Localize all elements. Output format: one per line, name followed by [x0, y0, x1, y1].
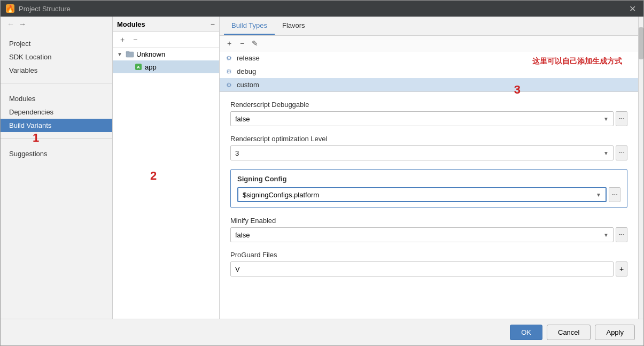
signing-config-side-btn[interactable]: ⋯: [609, 187, 620, 202]
cancel-button[interactable]: Cancel: [547, 325, 591, 340]
field-select-minify-enabled[interactable]: false ▼: [230, 227, 614, 242]
select-arrow-signing-config: ▼: [596, 192, 601, 198]
content-area: ← → Project SDK Location Variables Modul…: [1, 17, 643, 319]
modules-remove-btn[interactable]: −: [130, 34, 141, 45]
nav-back[interactable]: ←: [7, 20, 14, 28]
modules-minus-btn[interactable]: −: [211, 20, 215, 28]
nav-forward[interactable]: →: [19, 20, 26, 28]
build-type-icon-release: ⚙: [226, 55, 234, 62]
tree-expand-unknown: ▼: [117, 51, 126, 57]
sidebar-item-suggestions[interactable]: Suggestions: [1, 147, 112, 160]
apply-button[interactable]: Apply: [595, 325, 635, 340]
svg-text:A: A: [137, 65, 140, 70]
proguard-row: +: [230, 262, 627, 276]
left-sidebar: ← → Project SDK Location Variables Modul…: [1, 17, 113, 319]
sidebar-item-modules[interactable]: Modules: [1, 92, 112, 105]
field-select-renderscript-opt[interactable]: 3 ▼: [230, 145, 614, 160]
select-arrow-minify-enabled: ▼: [603, 232, 609, 238]
select-arrow-renderscript-opt: ▼: [603, 150, 609, 156]
project-structure-dialog: 🔥 Project Structure ✕ ← → Project SDK Lo…: [0, 0, 644, 346]
svg-rect-1: [126, 51, 129, 53]
field-select-value-renderscript-debuggable: false: [235, 115, 250, 123]
field-label-renderscript-opt: Renderscript optimization Level: [230, 135, 627, 143]
nav-section-mid: Modules Dependencies Build Variants: [1, 87, 112, 135]
field-label-renderscript-debuggable: Renderscript Debuggable: [230, 101, 627, 109]
modules-panel-header: Modules −: [113, 17, 219, 32]
sidebar-item-build-variants[interactable]: Build Variants: [1, 119, 112, 132]
title-bar: 🔥 Project Structure ✕: [1, 1, 643, 17]
sidebar-item-variables[interactable]: Variables: [1, 64, 112, 77]
build-type-label-debug: debug: [237, 67, 256, 75]
field-input-row-renderscript-opt: 3 ▼ ⋯: [230, 145, 627, 160]
dialog-title: Project Structure: [19, 5, 627, 13]
modules-panel: Modules − + − ▼ Unknown: [113, 17, 220, 319]
proguard-input[interactable]: [230, 262, 614, 276]
field-input-row-renderscript-debuggable: false ▼ ⋯: [230, 111, 627, 126]
sidebar-item-dependencies[interactable]: Dependencies: [1, 105, 112, 119]
build-type-label-release: release: [237, 54, 260, 62]
form-area: Renderscript Debuggable false ▼ ⋯ Render…: [220, 92, 638, 319]
tab-build-types[interactable]: Build Types: [224, 17, 275, 35]
build-type-custom[interactable]: ⚙ custom: [220, 78, 638, 91]
main-area: Build Types Flavors + − ✎ ⚙ release ⚙ de…: [220, 17, 638, 319]
field-select-renderscript-debuggable[interactable]: false ▼: [230, 111, 614, 126]
tree-label-unknown: Unknown: [136, 50, 165, 58]
field-select-value-renderscript-opt: 3: [235, 149, 239, 157]
select-arrow-renderscript-debuggable: ▼: [603, 116, 609, 122]
nav-section-top: Project SDK Location Variables: [1, 32, 112, 80]
nav-section-bottom: Suggestions: [1, 142, 112, 163]
annotation-number-2: 2: [150, 169, 157, 183]
field-renderscript-debuggable: Renderscript Debuggable false ▼ ⋯: [230, 101, 627, 126]
nav-back-forward: ← →: [1, 17, 112, 32]
module-icon-app: A: [134, 63, 143, 71]
renderscript-debuggable-side-btn[interactable]: ⋯: [616, 111, 627, 126]
field-input-row-minify-enabled: false ▼ ⋯: [230, 227, 627, 242]
modules-title: Modules: [117, 20, 145, 28]
tabs-bar: Build Types Flavors: [220, 17, 638, 36]
tree-item-app[interactable]: A app: [113, 60, 219, 73]
field-minify-enabled: Minify Enabled false ▼ ⋯: [230, 217, 627, 242]
nav-divider-1: [1, 83, 112, 83]
scrollbar-thumb[interactable]: [639, 27, 643, 59]
build-type-icon-custom: ⚙: [226, 81, 234, 89]
modules-add-btn[interactable]: +: [117, 34, 128, 45]
build-type-remove-btn[interactable]: −: [237, 38, 247, 49]
build-type-edit-btn[interactable]: ✎: [250, 38, 260, 49]
field-select-signing-config[interactable]: $signingConfigs.platform ▼: [237, 187, 607, 202]
sidebar-item-project[interactable]: Project: [1, 37, 112, 50]
tab-flavors[interactable]: Flavors: [275, 17, 313, 35]
renderscript-opt-side-btn[interactable]: ⋯: [616, 145, 627, 160]
right-scrollbar: [638, 17, 643, 319]
app-icon: 🔥: [6, 4, 14, 13]
modules-toolbar-row: + −: [113, 32, 219, 48]
field-input-row-signing-config: $signingConfigs.platform ▼ ⋯: [237, 187, 620, 202]
signing-config-section: Signing Config $signingConfigs.platform …: [230, 169, 627, 208]
build-type-debug[interactable]: ⚙ debug: [220, 65, 638, 78]
close-button[interactable]: ✕: [627, 4, 638, 14]
field-select-value-minify-enabled: false: [235, 231, 250, 239]
field-select-value-signing-config: $signingConfigs.platform: [243, 191, 319, 199]
build-type-label-custom: custom: [237, 81, 259, 89]
modules-tree: ▼ Unknown A app: [113, 48, 219, 319]
minify-enabled-side-btn[interactable]: ⋯: [616, 227, 627, 242]
field-label-signing-config: Signing Config: [237, 175, 620, 183]
tree-item-unknown[interactable]: ▼ Unknown: [113, 48, 219, 60]
bottom-bar: OK Cancel Apply: [1, 319, 643, 345]
field-proguard-files: ProGuard Files +: [230, 251, 627, 276]
folder-icon-unknown: [126, 50, 134, 58]
build-types-list: ⚙ release ⚙ debug ⚙ custom 这里可以自己添加生成方式 …: [220, 51, 638, 92]
annotation-number-1: 1: [33, 131, 39, 145]
field-label-proguard-files: ProGuard Files: [230, 251, 627, 259]
ok-button[interactable]: OK: [510, 325, 542, 340]
build-types-toolbar: + − ✎: [220, 36, 638, 51]
proguard-add-btn[interactable]: +: [616, 262, 627, 276]
build-type-icon-debug: ⚙: [226, 68, 234, 75]
nav-divider-2: [1, 138, 112, 139]
chinese-annotation-1: 这里可以自己添加生成方式: [532, 57, 622, 66]
sidebar-item-sdk-location[interactable]: SDK Location: [1, 50, 112, 64]
build-type-add-btn[interactable]: +: [224, 38, 235, 49]
field-renderscript-opt-level: Renderscript optimization Level 3 ▼ ⋯: [230, 135, 627, 160]
tree-label-app: app: [145, 63, 157, 71]
field-label-minify-enabled: Minify Enabled: [230, 217, 627, 225]
